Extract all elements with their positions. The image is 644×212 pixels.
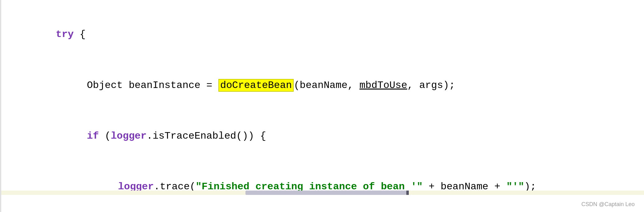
plain-text: (beanName, [294, 80, 359, 91]
plain-text: Object beanInstance = [87, 80, 218, 91]
scrollbar-thumb[interactable] [245, 191, 406, 195]
underline-mbdToUse: mbdToUse [359, 80, 407, 91]
line-try: try { [20, 9, 625, 60]
watermark: CSDN @Captain Leo [581, 201, 635, 208]
scrollbar-indicator [406, 191, 409, 195]
line-logger: logger.trace("Finished creating instance… [82, 162, 625, 212]
code-container: try { Object beanInstance = doCreateBean… [0, 0, 644, 212]
highlight-doCreateBean: doCreateBean [218, 79, 294, 92]
plain-text: ( [99, 130, 111, 142]
code-block: try { Object beanInstance = doCreateBean… [20, 9, 625, 212]
logger-obj-1: logger [111, 130, 147, 142]
line-object: Object beanInstance = doCreateBean(beanN… [51, 60, 625, 111]
plain-text: { [74, 29, 86, 40]
plain-text: .isTraceEnabled()) { [147, 130, 266, 142]
keyword-try: try [56, 29, 74, 40]
line-if: if (logger.isTraceEnabled()) { [51, 111, 625, 161]
plain-text: , args); [407, 80, 455, 91]
keyword-if: if [87, 130, 99, 142]
